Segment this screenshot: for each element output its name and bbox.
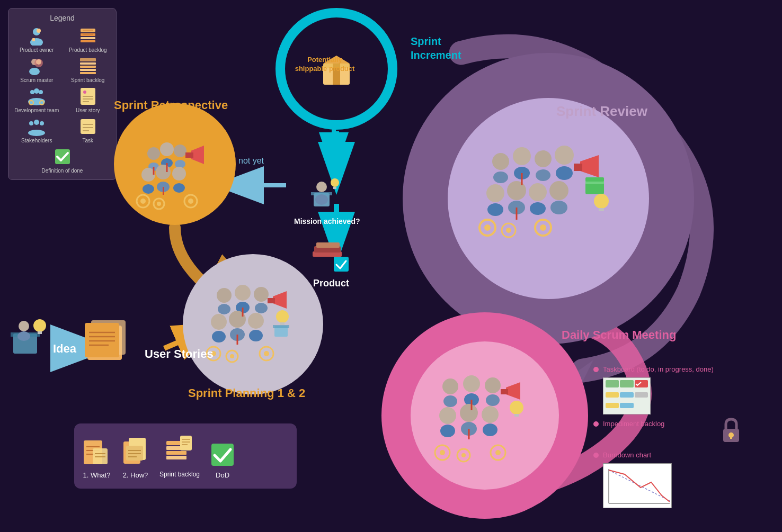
- legend-item-task: Task: [65, 117, 111, 144]
- scrum-info-burndown: Burndown chart: [593, 451, 752, 459]
- svg-point-32: [39, 90, 43, 94]
- legend-label-dev-team: Development team: [14, 107, 59, 114]
- product-label: Product: [313, 278, 349, 289]
- svg-point-43: [40, 121, 44, 125]
- task-icon: [78, 117, 97, 136]
- planning-items-box: 1. What? 2. How? Sprint backlog: [74, 423, 297, 489]
- svg-point-163: [461, 453, 466, 457]
- svg-point-146: [463, 375, 480, 392]
- svg-rect-135: [273, 325, 289, 328]
- impediment-label: Impediment backlog: [603, 420, 664, 428]
- svg-rect-198: [180, 436, 192, 450]
- svg-point-128: [248, 313, 264, 329]
- svg-rect-196: [166, 451, 186, 455]
- legend-item-product-backlog: Product backlog: [65, 26, 111, 53]
- svg-point-154: [482, 406, 499, 423]
- legend-label-user-story: User story: [76, 107, 100, 114]
- svg-rect-197: [166, 456, 186, 459]
- impediment-dot: [593, 421, 599, 427]
- legend-title: Legend: [14, 14, 111, 22]
- legend-item-dev-team: Development team: [14, 87, 60, 114]
- sprint-retrospective-circle: [114, 103, 236, 225]
- dod-icon: [53, 147, 72, 166]
- taskboard-cell-7: [620, 403, 633, 408]
- svg-point-120: [235, 285, 251, 301]
- taskboard-cell-1: [606, 380, 619, 387]
- idea-label: Idea: [53, 342, 76, 356]
- svg-rect-29: [80, 72, 96, 74]
- svg-point-83: [555, 146, 574, 165]
- svg-point-139: [230, 354, 234, 358]
- svg-point-101: [484, 224, 491, 231]
- planning-item-sprint-backlog: Sprint backlog: [159, 433, 200, 479]
- svg-rect-94: [574, 164, 582, 171]
- svg-rect-116: [316, 242, 340, 248]
- svg-point-86: [487, 203, 503, 216]
- svg-point-161: [440, 450, 445, 455]
- svg-point-12: [30, 38, 43, 46]
- svg-point-119: [218, 304, 230, 314]
- planning-item-what: 1. What?: [82, 439, 111, 479]
- stakeholders-icon: [27, 117, 46, 136]
- svg-rect-45: [81, 119, 95, 134]
- svg-point-170: [33, 319, 46, 332]
- legend-label-dod: Definition of done: [42, 168, 83, 174]
- legend-item-stakeholders: Stakeholders: [14, 117, 60, 144]
- product-backlog-icon: [78, 26, 97, 46]
- legend-item-scrum-master: Scrum master: [14, 57, 60, 84]
- scrum-info-panel: Taskboard (to do, in progress, done) Imp…: [593, 365, 752, 508]
- planning-item-dod: DoD: [209, 441, 236, 479]
- svg-point-152: [460, 404, 478, 422]
- svg-point-165: [495, 450, 501, 455]
- taskboard-label: Taskboard (to do, in progress, done): [603, 365, 714, 373]
- svg-point-84: [556, 166, 573, 180]
- dev-team-icon: [27, 87, 46, 106]
- lock-icon-area: [721, 417, 752, 446]
- svg-point-123: [255, 303, 268, 313]
- svg-rect-176: [85, 323, 119, 357]
- svg-rect-133: [280, 322, 285, 325]
- svg-point-125: [212, 331, 226, 342]
- svg-point-71: [157, 202, 161, 206]
- legend-item-product-owner: Product owner: [14, 26, 60, 53]
- svg-point-85: [486, 184, 504, 202]
- svg-point-56: [160, 142, 174, 156]
- burndown-chart: [603, 463, 672, 508]
- svg-rect-131: [268, 298, 275, 303]
- not-yet-label: not yet: [238, 156, 264, 166]
- svg-rect-25: [80, 58, 96, 61]
- taskboard-cell-4: [620, 392, 633, 398]
- legend-label-scrum-master: Scrum master: [20, 77, 53, 84]
- svg-point-105: [540, 224, 546, 231]
- legend-grid: Product owner Product backlog: [14, 26, 111, 174]
- svg-rect-171: [38, 331, 42, 334]
- svg-rect-97: [585, 177, 604, 182]
- svg-point-73: [188, 199, 193, 204]
- svg-point-22: [29, 68, 40, 75]
- svg-marker-156: [506, 382, 520, 400]
- svg-rect-26: [80, 62, 96, 65]
- svg-point-149: [486, 394, 500, 406]
- legend-label-sprint-backlog: Sprint backlog: [71, 77, 104, 84]
- svg-point-31: [34, 88, 39, 94]
- planning-dod-label: DoD: [216, 471, 229, 479]
- planning-what-label: 1. What?: [83, 471, 110, 479]
- burndown-dot: [593, 453, 599, 458]
- sprint-backlog-icon: [78, 57, 97, 76]
- user-stories-label: User Stories: [145, 347, 214, 361]
- svg-rect-205: [730, 435, 732, 439]
- svg-point-42: [34, 120, 39, 125]
- sprint-review-outer-circle: [403, 53, 694, 344]
- legend-item-sprint-backlog: Sprint backlog: [65, 57, 111, 84]
- svg-rect-113: [333, 187, 336, 189]
- svg-rect-95: [585, 183, 604, 194]
- svg-rect-99: [599, 208, 604, 211]
- svg-point-151: [440, 425, 455, 437]
- svg-point-24: [36, 59, 41, 65]
- svg-point-44: [28, 130, 45, 136]
- svg-point-90: [530, 202, 546, 215]
- svg-point-122: [254, 287, 269, 302]
- planning-how-label: 2. How?: [123, 471, 148, 479]
- yes-label: yes: [327, 220, 347, 233]
- sprint-retrospective-label: Sprint Retrospective: [114, 98, 228, 113]
